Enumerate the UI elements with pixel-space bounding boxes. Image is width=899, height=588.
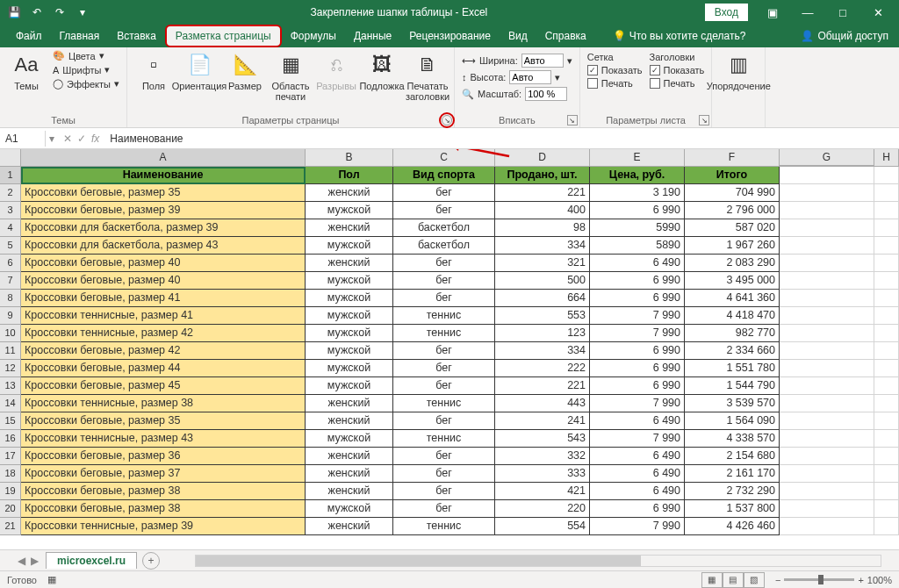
table-cell[interactable]: женский (306, 255, 393, 272)
table-header-cell[interactable]: Продано, шт. (495, 167, 590, 184)
row-header[interactable]: 21 (0, 518, 21, 535)
table-cell[interactable]: бег (393, 465, 495, 483)
formula-bar[interactable]: Наименование (104, 131, 899, 147)
table-cell[interactable]: бег (393, 377, 495, 395)
table-cell[interactable]: 123 (495, 325, 590, 342)
table-cell[interactable]: мужской (306, 342, 393, 360)
row-header[interactable]: 2 (0, 184, 21, 202)
sheet-next-icon[interactable]: ▶ (31, 555, 39, 567)
table-cell[interactable]: бег (393, 272, 495, 290)
print-area-button[interactable]: ▦Область печати (270, 49, 312, 104)
empty-cell[interactable] (780, 237, 874, 255)
empty-cell[interactable] (874, 518, 899, 535)
size-button[interactable]: 📐Размер (224, 49, 266, 93)
table-header-cell[interactable]: Итого (685, 167, 780, 184)
empty-cell[interactable] (780, 290, 874, 307)
table-cell[interactable]: Кроссовки для баскетбола, размер 39 (21, 219, 306, 237)
empty-cell[interactable] (780, 272, 874, 290)
table-cell[interactable]: 6 990 (590, 202, 685, 219)
close-icon[interactable]: ✕ (860, 0, 895, 25)
table-cell[interactable]: мужской (306, 202, 393, 219)
save-icon[interactable]: 💾 (4, 2, 25, 23)
table-cell[interactable]: 5890 (590, 237, 685, 255)
zoom-control[interactable]: − + 100% (775, 575, 892, 585)
empty-cell[interactable] (874, 430, 899, 448)
tab-file[interactable]: Файл (7, 26, 51, 46)
table-cell[interactable]: 333 (495, 465, 590, 483)
zoom-value[interactable]: 100% (867, 575, 892, 585)
table-cell[interactable]: бег (393, 412, 495, 430)
table-cell[interactable]: 221 (495, 377, 590, 395)
horizontal-scrollbar[interactable] (195, 555, 881, 567)
table-cell[interactable]: 2 796 000 (685, 202, 780, 219)
table-cell[interactable]: Кроссовки теннисные, размер 38 (21, 395, 306, 412)
empty-cell[interactable] (780, 202, 874, 219)
empty-cell[interactable] (874, 377, 899, 395)
table-cell[interactable]: 321 (495, 255, 590, 272)
table-cell[interactable]: Кроссовки беговые, размер 40 (21, 255, 306, 272)
table-cell[interactable]: 421 (495, 483, 590, 500)
headings-view[interactable]: ✓Показать (648, 64, 707, 76)
scale-input[interactable] (525, 87, 567, 101)
namebox-dropdown-icon[interactable]: ▾ (46, 133, 58, 145)
gridlines-view[interactable]: ✓Показать (586, 64, 644, 76)
empty-cell[interactable] (874, 219, 899, 237)
table-cell[interactable]: 3 495 000 (685, 272, 780, 290)
table-header-cell[interactable]: Наименование (21, 167, 306, 184)
table-cell[interactable]: Кроссовки беговые, размер 41 (21, 290, 306, 307)
tab-page-layout[interactable]: Разметка страницы (165, 25, 282, 47)
breaks-button[interactable]: ⎌Разрывы (315, 49, 357, 93)
table-cell[interactable]: 334 (495, 237, 590, 255)
col-header[interactable]: A (21, 149, 306, 166)
width-input[interactable] (521, 54, 564, 68)
table-cell[interactable]: Кроссовки беговые, размер 35 (21, 412, 306, 430)
row-header[interactable]: 20 (0, 500, 21, 518)
row-header[interactable]: 9 (0, 307, 21, 325)
table-cell[interactable]: 6 490 (590, 483, 685, 500)
margins-button[interactable]: ▫Поля (133, 49, 175, 93)
view-page-break-icon[interactable]: ▧ (744, 572, 765, 588)
empty-cell[interactable] (780, 465, 874, 483)
table-cell[interactable]: Кроссовки беговые, размер 45 (21, 377, 306, 395)
table-cell[interactable]: женский (306, 412, 393, 430)
table-cell[interactable]: теннис (393, 395, 495, 412)
empty-cell[interactable] (874, 167, 899, 184)
table-cell[interactable]: 334 (495, 342, 590, 360)
view-page-layout-icon[interactable]: ▤ (723, 572, 744, 588)
empty-cell[interactable] (874, 483, 899, 500)
table-cell[interactable]: Кроссовки беговые, размер 38 (21, 483, 306, 500)
table-cell[interactable]: 587 020 (685, 219, 780, 237)
table-cell[interactable]: 241 (495, 412, 590, 430)
zoom-in-icon[interactable]: + (858, 575, 863, 585)
table-cell[interactable]: 1 967 260 (685, 237, 780, 255)
macro-record-icon[interactable]: ▦ (47, 574, 56, 585)
table-cell[interactable]: 6 990 (590, 360, 685, 377)
col-header[interactable]: B (306, 149, 393, 166)
table-cell[interactable]: 98 (495, 219, 590, 237)
empty-cell[interactable] (780, 184, 874, 202)
tab-home[interactable]: Главная (51, 26, 109, 46)
arrange-button[interactable]: ▥Упорядочение (717, 49, 759, 93)
empty-cell[interactable] (874, 412, 899, 430)
table-cell[interactable]: 2 161 170 (685, 465, 780, 483)
table-cell[interactable]: 4 338 570 (685, 430, 780, 448)
row-header[interactable]: 7 (0, 272, 21, 290)
table-cell[interactable]: 3 539 570 (685, 395, 780, 412)
table-cell[interactable]: Кроссовки беговые, размер 40 (21, 272, 306, 290)
empty-cell[interactable] (874, 325, 899, 342)
row-header[interactable]: 19 (0, 483, 21, 500)
table-cell[interactable]: теннис (393, 518, 495, 535)
table-cell[interactable]: 6 990 (590, 500, 685, 518)
worksheet-grid[interactable]: A B C D E F G H 1НаименованиеПолВид спор… (0, 149, 899, 549)
table-cell[interactable]: 400 (495, 202, 590, 219)
table-cell[interactable]: мужской (306, 377, 393, 395)
table-cell[interactable]: женский (306, 518, 393, 535)
table-cell[interactable]: теннис (393, 307, 495, 325)
table-cell[interactable]: Кроссовки беговые, размер 37 (21, 465, 306, 483)
add-sheet-button[interactable]: + (142, 552, 160, 570)
gridlines-print[interactable]: Печать (586, 77, 644, 90)
col-header[interactable]: G (780, 149, 874, 166)
tab-view[interactable]: Вид (500, 26, 536, 46)
table-cell[interactable]: теннис (393, 325, 495, 342)
maximize-icon[interactable]: □ (825, 0, 860, 25)
